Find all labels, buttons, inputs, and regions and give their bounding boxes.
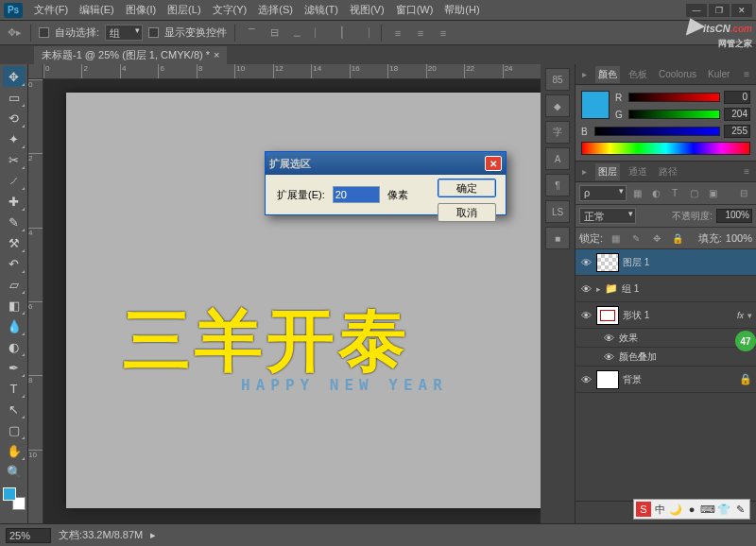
dock-btn-4[interactable]: A bbox=[545, 147, 570, 170]
tray-icon[interactable]: ⌨ bbox=[700, 502, 715, 517]
cancel-button[interactable]: 取消 bbox=[438, 203, 496, 222]
zoom-tool[interactable]: 🔍 bbox=[3, 461, 26, 482]
shape-tool[interactable]: ▢ bbox=[3, 419, 26, 440]
notification-badge[interactable]: 47 bbox=[735, 331, 756, 351]
filter-smart-icon[interactable]: ▣ bbox=[704, 185, 721, 200]
layer-filter-kind[interactable]: ρ bbox=[579, 185, 627, 201]
window-minimize[interactable]: — bbox=[686, 4, 707, 17]
ruler-horizontal[interactable]: 024681012141618202224 bbox=[43, 64, 541, 79]
ruler-origin[interactable] bbox=[28, 64, 43, 79]
menu-type[interactable]: 文字(Y) bbox=[207, 0, 253, 20]
tab-kuler[interactable]: Kuler bbox=[705, 67, 732, 81]
menu-window[interactable]: 窗口(W) bbox=[390, 0, 439, 20]
filter-adjust-icon[interactable]: ◐ bbox=[647, 185, 664, 200]
group-arrow-icon[interactable]: ▸ bbox=[596, 284, 601, 294]
dock-btn-1[interactable]: 85 bbox=[545, 68, 570, 91]
align-right-icon[interactable]: ⎹ bbox=[356, 25, 373, 42]
color-picker-swatch[interactable] bbox=[581, 91, 610, 119]
visibility-icon[interactable]: 👁 bbox=[579, 257, 593, 268]
move-tool[interactable]: ✥ bbox=[3, 66, 26, 87]
r-value[interactable]: 0 bbox=[724, 91, 750, 104]
menu-select[interactable]: 选择(S) bbox=[252, 0, 299, 20]
visibility-icon[interactable]: 👁 bbox=[579, 283, 593, 295]
layer-thumb[interactable] bbox=[596, 253, 619, 272]
path-tool[interactable]: ↖ bbox=[3, 399, 26, 419]
color-swatches[interactable] bbox=[3, 487, 26, 510]
menu-layer[interactable]: 图层(L) bbox=[162, 0, 206, 20]
dialog-close-button[interactable]: ✕ bbox=[485, 156, 502, 171]
tray-icon[interactable]: ● bbox=[684, 502, 699, 517]
gradient-tool[interactable]: ◧ bbox=[3, 295, 26, 316]
layer-row[interactable]: 👁 图层 1 bbox=[576, 249, 756, 276]
type-tool[interactable]: T bbox=[3, 378, 26, 399]
layer-effect-row[interactable]: 👁 效果 bbox=[576, 329, 756, 348]
expand-by-input[interactable] bbox=[333, 186, 380, 203]
dock-btn-3[interactable]: 字 bbox=[545, 121, 570, 144]
lock-move-icon[interactable]: ✥ bbox=[648, 230, 665, 246]
visibility-icon[interactable]: 👁 bbox=[602, 351, 615, 363]
layer-row[interactable]: 👁 背景 🔒 bbox=[576, 367, 756, 393]
visibility-icon[interactable]: 👁 bbox=[579, 310, 593, 321]
hand-tool[interactable]: ✋ bbox=[3, 440, 26, 461]
layer-effect-row[interactable]: 👁 颜色叠加 bbox=[576, 348, 756, 367]
align-left-icon[interactable]: ⎸ bbox=[311, 25, 328, 42]
dock-btn-7[interactable]: ■ bbox=[545, 227, 570, 249]
fill-value[interactable]: 100% bbox=[726, 232, 752, 244]
tab-paths[interactable]: 路径 bbox=[656, 163, 680, 180]
transform-checkbox[interactable] bbox=[148, 27, 159, 38]
tab-coolorus[interactable]: Coolorus bbox=[656, 67, 699, 81]
stamp-tool[interactable]: ⚒ bbox=[3, 232, 26, 253]
lock-trans-icon[interactable]: ▦ bbox=[607, 230, 624, 246]
visibility-icon[interactable]: 👁 bbox=[602, 333, 615, 344]
zoom-field[interactable]: 25% bbox=[6, 528, 51, 543]
dock-btn-2[interactable]: ◆ bbox=[545, 94, 570, 117]
marquee-tool[interactable]: ▭ bbox=[3, 87, 26, 108]
autoselect-dropdown[interactable]: 组 bbox=[105, 25, 143, 41]
filter-type-icon[interactable]: T bbox=[666, 185, 683, 200]
blend-mode-dropdown[interactable]: 正常 bbox=[579, 208, 636, 224]
menu-help[interactable]: 帮助(H) bbox=[438, 0, 485, 20]
layer-thumb[interactable] bbox=[596, 370, 619, 389]
tab-color[interactable]: 颜色 bbox=[595, 66, 620, 83]
info-arrow-icon[interactable]: ▸ bbox=[150, 529, 156, 541]
tab-swatch[interactable]: 色板 bbox=[626, 66, 650, 83]
filter-shape-icon[interactable]: ▢ bbox=[685, 185, 702, 200]
eyedropper-tool[interactable]: ⟋ bbox=[3, 170, 26, 191]
history-brush-tool[interactable]: ↶ bbox=[3, 253, 26, 274]
dock-btn-6[interactable]: LS bbox=[545, 200, 570, 223]
tray-icon[interactable]: 👕 bbox=[716, 502, 731, 517]
align-hcenter-icon[interactable]: ⎮ bbox=[334, 25, 351, 42]
lasso-tool[interactable]: ⟲ bbox=[3, 108, 26, 128]
dialog-titlebar[interactable]: 扩展选区 ✕ bbox=[266, 152, 506, 175]
g-value[interactable]: 204 bbox=[724, 108, 750, 121]
pen-tool[interactable]: ✒ bbox=[3, 357, 26, 378]
distribute-icon3[interactable]: ≡ bbox=[435, 25, 452, 42]
distribute-icon[interactable]: ≡ bbox=[389, 25, 406, 42]
dodge-tool[interactable]: ◐ bbox=[3, 336, 26, 357]
window-restore[interactable]: ❐ bbox=[709, 4, 730, 17]
crop-tool[interactable]: ✂ bbox=[3, 149, 26, 170]
menu-file[interactable]: 文件(F) bbox=[28, 0, 74, 20]
expand-icon[interactable]: ▸ bbox=[579, 164, 590, 179]
tray-icon[interactable]: 中 bbox=[652, 502, 667, 517]
close-tab-icon[interactable]: × bbox=[214, 49, 219, 60]
expand-icon[interactable]: ▸ bbox=[579, 67, 590, 81]
b-value[interactable]: 255 bbox=[724, 125, 750, 138]
document-tab[interactable]: 未标题-1 @ 25% (图层 1, CMYK/8) *× bbox=[34, 46, 227, 64]
heal-tool[interactable]: ✚ bbox=[3, 191, 26, 212]
filter-pixel-icon[interactable]: ▦ bbox=[628, 185, 645, 200]
menu-view[interactable]: 视图(V) bbox=[344, 0, 390, 20]
panel-menu-icon[interactable]: ≡ bbox=[741, 67, 752, 81]
tab-layers[interactable]: 图层 bbox=[595, 163, 620, 180]
brush-tool[interactable]: ✎ bbox=[3, 212, 26, 232]
wand-tool[interactable]: ✦ bbox=[3, 128, 26, 149]
opacity-value[interactable]: 100% bbox=[716, 209, 752, 223]
ruler-vertical[interactable]: 0246810 bbox=[28, 79, 43, 523]
r-slider[interactable] bbox=[628, 93, 720, 102]
visibility-icon[interactable]: 👁 bbox=[579, 374, 593, 385]
tray-icon[interactable]: 🌙 bbox=[668, 502, 683, 517]
ok-button[interactable]: 确定 bbox=[438, 179, 496, 197]
spectrum-bar[interactable] bbox=[581, 142, 750, 155]
eraser-tool[interactable]: ▱ bbox=[3, 274, 26, 295]
menu-filter[interactable]: 滤镜(T) bbox=[299, 0, 344, 20]
